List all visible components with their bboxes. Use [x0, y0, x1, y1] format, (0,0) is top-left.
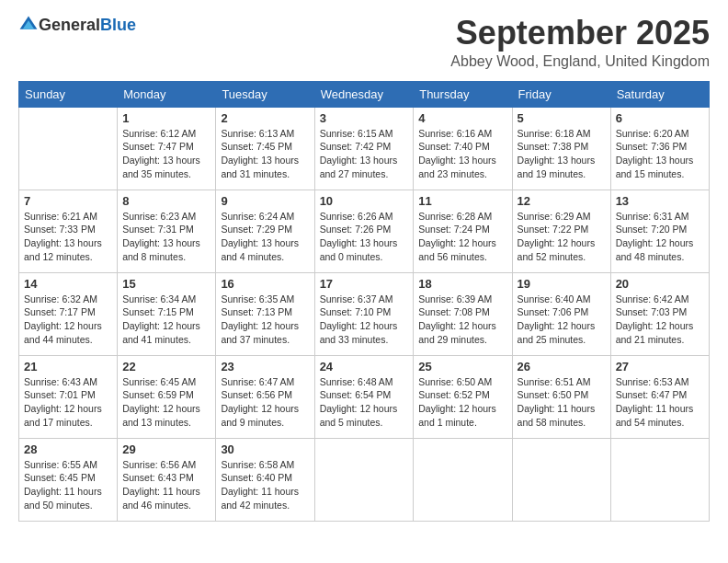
- calendar-cell: 16Sunrise: 6:35 AMSunset: 7:13 PMDayligh…: [216, 272, 314, 355]
- calendar-cell: 17Sunrise: 6:37 AMSunset: 7:10 PMDayligh…: [314, 272, 414, 355]
- calendar-cell: [414, 438, 512, 521]
- day-info: Sunrise: 6:15 AMSunset: 7:42 PMDaylight:…: [320, 127, 409, 181]
- day-number: 3: [320, 111, 409, 125]
- day-info: Sunrise: 6:43 AMSunset: 7:01 PMDaylight:…: [24, 375, 112, 430]
- weekday-header-friday: Friday: [512, 81, 610, 107]
- weekday-header-thursday: Thursday: [414, 81, 512, 107]
- day-number: 18: [418, 277, 506, 291]
- calendar-cell: 9Sunrise: 6:24 AMSunset: 7:29 PMDaylight…: [216, 190, 314, 272]
- day-number: 21: [24, 360, 112, 373]
- logo-blue: Blue: [100, 16, 136, 34]
- day-info: Sunrise: 6:20 AMSunset: 7:36 PMDaylight:…: [616, 127, 704, 181]
- calendar-cell: 19Sunrise: 6:40 AMSunset: 7:06 PMDayligh…: [512, 272, 610, 355]
- calendar-cell: 28Sunrise: 6:55 AMSunset: 6:45 PMDayligh…: [19, 438, 118, 521]
- calendar-cell: 21Sunrise: 6:43 AMSunset: 7:01 PMDayligh…: [19, 355, 118, 438]
- day-number: 6: [616, 111, 704, 125]
- day-number: 14: [24, 277, 112, 291]
- calendar-cell: 7Sunrise: 6:21 AMSunset: 7:33 PMDaylight…: [19, 190, 118, 272]
- day-number: 5: [518, 111, 606, 125]
- calendar-cell: 18Sunrise: 6:39 AMSunset: 7:08 PMDayligh…: [414, 272, 512, 355]
- calendar-cell: [314, 438, 414, 521]
- day-info: Sunrise: 6:50 AMSunset: 6:52 PMDaylight:…: [418, 375, 506, 430]
- header: GeneralBlue September 2025 Abbey Wood, E…: [18, 15, 710, 70]
- calendar-cell: 22Sunrise: 6:45 AMSunset: 6:59 PMDayligh…: [118, 355, 216, 438]
- day-number: 9: [221, 194, 309, 208]
- weekday-header-row: SundayMondayTuesdayWednesdayThursdayFrid…: [19, 81, 710, 107]
- logo-general: General: [39, 16, 100, 34]
- calendar-cell: 4Sunrise: 6:16 AMSunset: 7:40 PMDaylight…: [414, 107, 512, 190]
- day-info: Sunrise: 6:18 AMSunset: 7:38 PMDaylight:…: [518, 127, 606, 181]
- day-number: 19: [518, 277, 606, 291]
- calendar-table: SundayMondayTuesdayWednesdayThursdayFrid…: [18, 81, 710, 522]
- calendar-cell: 15Sunrise: 6:34 AMSunset: 7:15 PMDayligh…: [118, 272, 216, 355]
- day-info: Sunrise: 6:55 AMSunset: 6:45 PMDaylight:…: [24, 458, 112, 512]
- calendar-cell: 11Sunrise: 6:28 AMSunset: 7:24 PMDayligh…: [414, 190, 512, 272]
- day-info: Sunrise: 6:35 AMSunset: 7:13 PMDaylight:…: [221, 293, 309, 347]
- day-number: 24: [320, 360, 409, 373]
- calendar-cell: 20Sunrise: 6:42 AMSunset: 7:03 PMDayligh…: [610, 272, 709, 355]
- day-info: Sunrise: 6:37 AMSunset: 7:10 PMDaylight:…: [320, 293, 409, 347]
- calendar-cell: 27Sunrise: 6:53 AMSunset: 6:47 PMDayligh…: [610, 355, 709, 438]
- day-info: Sunrise: 6:53 AMSunset: 6:47 PMDaylight:…: [616, 375, 704, 430]
- calendar-cell: 13Sunrise: 6:31 AMSunset: 7:20 PMDayligh…: [610, 190, 709, 272]
- week-row-0: 1Sunrise: 6:12 AMSunset: 7:47 PMDaylight…: [19, 107, 710, 190]
- day-number: 7: [24, 194, 112, 208]
- month-title: September 2025: [450, 15, 710, 52]
- calendar-cell: [19, 107, 118, 190]
- location-title: Abbey Wood, England, United Kingdom: [450, 53, 710, 70]
- week-row-2: 14Sunrise: 6:32 AMSunset: 7:17 PMDayligh…: [19, 272, 710, 355]
- day-info: Sunrise: 6:42 AMSunset: 7:03 PMDaylight:…: [616, 293, 704, 347]
- day-number: 2: [221, 111, 309, 125]
- day-number: 29: [122, 442, 210, 456]
- day-number: 10: [320, 194, 409, 208]
- calendar-cell: 12Sunrise: 6:29 AMSunset: 7:22 PMDayligh…: [512, 190, 610, 272]
- day-number: 15: [122, 277, 210, 291]
- calendar-cell: 5Sunrise: 6:18 AMSunset: 7:38 PMDaylight…: [512, 107, 610, 190]
- day-info: Sunrise: 6:40 AMSunset: 7:06 PMDaylight:…: [518, 293, 606, 347]
- day-number: 26: [518, 360, 606, 373]
- week-row-4: 28Sunrise: 6:55 AMSunset: 6:45 PMDayligh…: [19, 438, 710, 521]
- calendar-cell: 3Sunrise: 6:15 AMSunset: 7:42 PMDaylight…: [314, 107, 414, 190]
- day-info: Sunrise: 6:58 AMSunset: 6:40 PMDaylight:…: [221, 458, 309, 512]
- day-number: 23: [221, 360, 309, 373]
- day-info: Sunrise: 6:13 AMSunset: 7:45 PMDaylight:…: [221, 127, 309, 181]
- day-number: 17: [320, 277, 409, 291]
- weekday-header-monday: Monday: [118, 81, 216, 107]
- day-info: Sunrise: 6:32 AMSunset: 7:17 PMDaylight:…: [24, 293, 112, 347]
- logo: GeneralBlue: [18, 15, 136, 35]
- weekday-header-wednesday: Wednesday: [314, 81, 414, 107]
- calendar-cell: [512, 438, 610, 521]
- week-row-3: 21Sunrise: 6:43 AMSunset: 7:01 PMDayligh…: [19, 355, 710, 438]
- week-row-1: 7Sunrise: 6:21 AMSunset: 7:33 PMDaylight…: [19, 190, 710, 272]
- calendar-cell: 30Sunrise: 6:58 AMSunset: 6:40 PMDayligh…: [216, 438, 314, 521]
- day-info: Sunrise: 6:45 AMSunset: 6:59 PMDaylight:…: [122, 375, 210, 430]
- day-info: Sunrise: 6:21 AMSunset: 7:33 PMDaylight:…: [24, 210, 112, 264]
- calendar-cell: 24Sunrise: 6:48 AMSunset: 6:54 PMDayligh…: [314, 355, 414, 438]
- calendar-cell: [610, 438, 709, 521]
- day-info: Sunrise: 6:56 AMSunset: 6:43 PMDaylight:…: [122, 458, 210, 512]
- day-number: 22: [122, 360, 210, 373]
- day-number: 25: [418, 360, 506, 373]
- day-info: Sunrise: 6:51 AMSunset: 6:50 PMDaylight:…: [518, 375, 606, 430]
- calendar-cell: 25Sunrise: 6:50 AMSunset: 6:52 PMDayligh…: [414, 355, 512, 438]
- day-number: 28: [24, 442, 112, 456]
- title-area: September 2025 Abbey Wood, England, Unit…: [450, 15, 710, 70]
- day-number: 27: [616, 360, 704, 373]
- day-info: Sunrise: 6:48 AMSunset: 6:54 PMDaylight:…: [320, 375, 409, 430]
- day-info: Sunrise: 6:16 AMSunset: 7:40 PMDaylight:…: [418, 127, 506, 181]
- day-number: 30: [221, 442, 309, 456]
- calendar-cell: 6Sunrise: 6:20 AMSunset: 7:36 PMDaylight…: [610, 107, 709, 190]
- day-info: Sunrise: 6:31 AMSunset: 7:20 PMDaylight:…: [616, 210, 704, 264]
- day-info: Sunrise: 6:12 AMSunset: 7:47 PMDaylight:…: [122, 127, 210, 181]
- day-number: 16: [221, 277, 309, 291]
- weekday-header-saturday: Saturday: [610, 81, 709, 107]
- day-number: 12: [518, 194, 606, 208]
- weekday-header-tuesday: Tuesday: [216, 81, 314, 107]
- day-number: 4: [418, 111, 506, 125]
- calendar-cell: 14Sunrise: 6:32 AMSunset: 7:17 PMDayligh…: [19, 272, 118, 355]
- day-number: 1: [122, 111, 210, 125]
- calendar-cell: 26Sunrise: 6:51 AMSunset: 6:50 PMDayligh…: [512, 355, 610, 438]
- day-number: 8: [122, 194, 210, 208]
- day-info: Sunrise: 6:28 AMSunset: 7:24 PMDaylight:…: [418, 210, 506, 264]
- calendar-cell: 29Sunrise: 6:56 AMSunset: 6:43 PMDayligh…: [118, 438, 216, 521]
